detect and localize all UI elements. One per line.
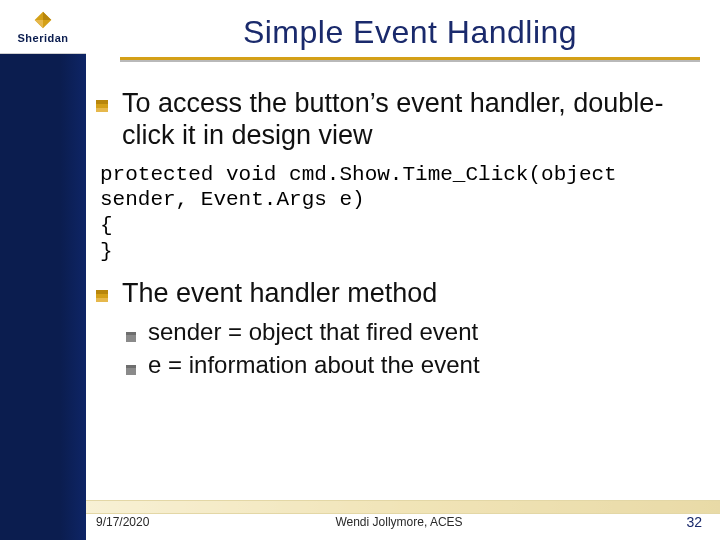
sidebar-panel xyxy=(0,0,86,540)
slide-title: Simple Event Handling xyxy=(120,14,700,51)
footer-author: Wendi Jollymore, ACES xyxy=(96,515,702,529)
title-underline-shadow xyxy=(120,60,700,62)
svg-rect-12 xyxy=(126,365,136,368)
sheridan-diamond-icon xyxy=(32,10,54,30)
bullet-item: The event handler method xyxy=(96,278,696,310)
svg-rect-7 xyxy=(96,290,108,294)
sub-bullet-icon xyxy=(126,361,136,371)
code-block: protected void cmd.Show.Time_Click(objec… xyxy=(100,162,696,264)
brand-logo: Sheridan xyxy=(0,0,86,54)
bullet-text: The event handler method xyxy=(122,278,437,310)
brand-name: Sheridan xyxy=(17,32,68,44)
slide: Sheridan Simple Event Handling To access… xyxy=(0,0,720,540)
bullet-icon xyxy=(96,288,108,300)
svg-rect-4 xyxy=(96,100,108,104)
svg-marker-1 xyxy=(43,11,51,19)
bullet-item: To access the button’s event handler, do… xyxy=(96,88,696,152)
bullet-icon xyxy=(96,98,108,110)
title-block: Simple Event Handling xyxy=(120,14,700,62)
bullet-text: To access the button’s event handler, do… xyxy=(122,88,696,152)
sub-bullet-item: e = information about the event xyxy=(126,351,696,380)
sub-bullet-icon xyxy=(126,328,136,338)
content-area: To access the button’s event handler, do… xyxy=(96,88,696,384)
sub-bullet-text: sender = object that fired event xyxy=(148,318,478,347)
footer: 9/17/2020 Wendi Jollymore, ACES 32 xyxy=(96,514,702,530)
sub-bullet-text: e = information about the event xyxy=(148,351,480,380)
svg-rect-8 xyxy=(96,298,108,302)
decorative-band xyxy=(86,500,720,514)
svg-marker-2 xyxy=(35,20,43,28)
svg-rect-10 xyxy=(126,332,136,335)
svg-rect-5 xyxy=(96,108,108,112)
sub-bullet-item: sender = object that fired event xyxy=(126,318,696,347)
